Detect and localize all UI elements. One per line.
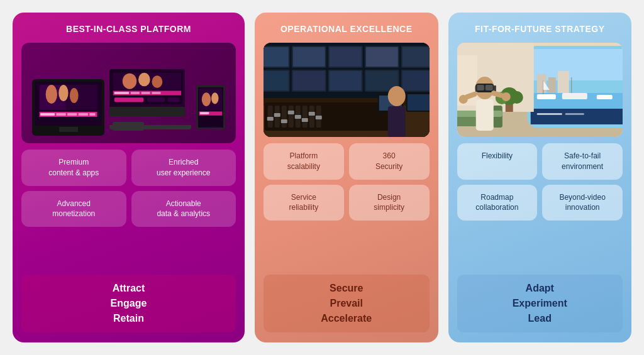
svg-point-119: [458, 95, 467, 104]
svg-rect-115: [494, 85, 496, 92]
svg-rect-72: [309, 112, 315, 116]
svg-rect-9: [67, 113, 77, 116]
card-2-title: OPERATIONAL EXCELLENCE: [280, 24, 413, 34]
tablet-screen: [198, 87, 223, 128]
svg-rect-71: [302, 118, 308, 122]
feature-reliability: Service reliability: [264, 185, 344, 221]
svg-rect-69: [288, 111, 294, 114]
svg-rect-99: [565, 113, 584, 115]
card-3-title: FIT-FOR-FUTURE STRATEGY: [475, 24, 604, 34]
card-operational: OPERATIONAL EXCELLENCE: [255, 13, 438, 342]
card-2-features: Platform scalability 360 Security Servic…: [264, 143, 430, 221]
svg-point-5: [70, 88, 79, 103]
card-3-features: Flexibility Safe-to-fail environment Roa…: [457, 143, 623, 221]
svg-rect-92: [562, 93, 587, 99]
svg-rect-80: [388, 106, 406, 137]
svg-point-15: [138, 73, 150, 87]
tv-stand: [59, 127, 78, 132]
svg-rect-20: [142, 92, 150, 94]
svg-rect-58: [268, 106, 273, 128]
svg-rect-42: [366, 47, 398, 67]
svg-rect-113: [485, 85, 492, 90]
svg-rect-46: [264, 71, 289, 90]
svg-rect-93: [596, 95, 612, 99]
svg-rect-36: [264, 47, 289, 67]
card-2-cta: Secure Prevail Accelerate: [264, 275, 430, 332]
svg-point-29: [211, 92, 219, 104]
svg-rect-32: [199, 117, 223, 127]
svg-rect-89: [557, 71, 569, 93]
svg-rect-18: [114, 92, 129, 94]
svg-point-16: [152, 75, 163, 88]
svg-rect-60: [282, 106, 287, 128]
card-1-title: BEST-IN-CLASS PLATFORM: [66, 24, 191, 34]
card-2-cta-text: Secure Prevail Accelerate: [270, 281, 423, 326]
svg-rect-7: [40, 113, 55, 116]
svg-rect-116: [475, 99, 493, 131]
tv-screen: [35, 82, 102, 126]
svg-rect-91: [536, 94, 555, 99]
card-1-cta: Attract Engage Retain: [21, 275, 236, 332]
feature-premium: Premium content & apps: [21, 150, 126, 186]
svg-rect-70: [295, 115, 301, 119]
card-3-cta: Adapt Experiment Lead: [457, 275, 623, 332]
svg-rect-31: [200, 112, 209, 114]
svg-rect-88: [548, 77, 555, 93]
svg-rect-97: [530, 109, 623, 124]
svg-rect-44: [402, 47, 430, 67]
svg-point-120: [501, 92, 510, 101]
feature-monetization: Advanced monetization: [21, 191, 126, 227]
svg-rect-67: [274, 113, 280, 117]
svg-rect-73: [316, 116, 322, 119]
tv-mock: [32, 79, 104, 136]
svg-rect-8: [56, 113, 65, 116]
svg-rect-11: [89, 113, 95, 116]
svg-rect-21: [152, 92, 161, 94]
svg-point-28: [202, 92, 211, 106]
card-1-cta-text: Attract Engage Retain: [28, 281, 230, 326]
svg-rect-25: [168, 97, 180, 102]
svg-rect-61: [289, 106, 294, 128]
card-3-cta-text: Adapt Experiment Lead: [464, 281, 617, 326]
svg-rect-54: [402, 71, 430, 90]
laptop-mock: [109, 69, 185, 116]
svg-rect-19: [131, 92, 140, 94]
svg-rect-64: [309, 106, 314, 128]
main-container: BEST-IN-CLASS PLATFORM: [0, 0, 644, 355]
laptop-screen: [109, 69, 185, 107]
svg-rect-68: [281, 119, 287, 123]
svg-rect-24: [147, 97, 165, 102]
svg-rect-78: [408, 94, 430, 111]
vr-image: [457, 43, 623, 137]
svg-rect-63: [303, 106, 308, 128]
stb-mock: [113, 122, 144, 131]
device-mockup: [21, 43, 236, 143]
svg-point-14: [123, 74, 136, 89]
card-1-features: Premium content & apps Enriched user exp…: [21, 150, 236, 227]
feature-scalability: Platform scalability: [264, 143, 344, 180]
svg-rect-98: [536, 113, 562, 115]
svg-rect-112: [476, 85, 484, 90]
broadcast-image: [264, 43, 430, 137]
svg-rect-40: [330, 47, 362, 67]
feature-flexibility: Flexibility: [457, 143, 538, 180]
svg-point-4: [58, 85, 68, 101]
feature-safe-to-fail: Safe-to-fail environment: [542, 143, 623, 180]
feature-360-security: 360 Security: [349, 143, 430, 180]
svg-rect-48: [293, 71, 325, 90]
svg-rect-10: [79, 113, 88, 116]
feature-enriched: Enriched user experience: [131, 150, 236, 186]
tablet-mock: [196, 85, 225, 129]
svg-rect-23: [114, 97, 144, 102]
svg-point-79: [388, 86, 406, 106]
svg-point-3: [46, 85, 57, 104]
svg-rect-66: [267, 117, 274, 121]
svg-rect-38: [293, 47, 325, 67]
svg-rect-114: [475, 85, 477, 92]
feature-beyond-video: Beyond-video innovation: [542, 185, 623, 221]
feature-roadmap: Roadmap collaboration: [457, 185, 538, 221]
feature-analytics: Actionable data & analytics: [131, 191, 236, 227]
card-future: FIT-FOR-FUTURE STRATEGY: [448, 13, 632, 342]
card-platform: BEST-IN-CLASS PLATFORM: [13, 13, 245, 342]
svg-rect-50: [330, 71, 362, 90]
